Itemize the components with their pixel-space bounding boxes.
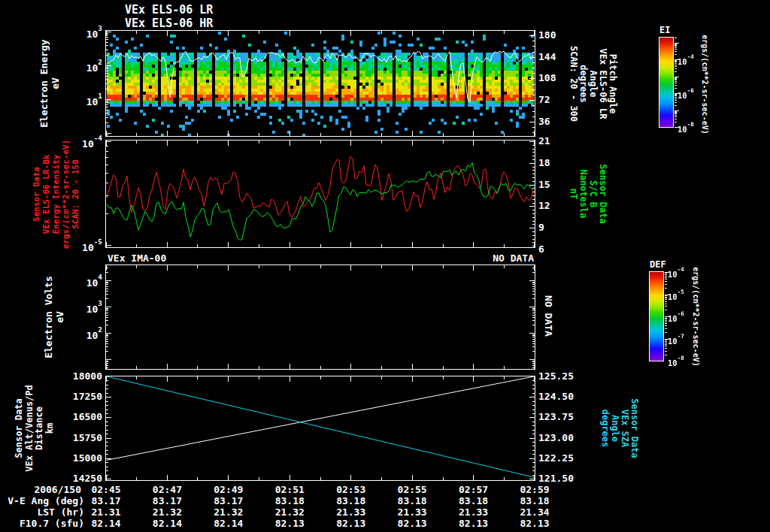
altitude-axis-label-line: Sensor Data [14,376,25,481]
date-label: 2006/150 [21,484,81,495]
altitude-sza-canvas [105,376,535,481]
y-tick-label: 121.50 [538,473,574,484]
x-tick-time-label: 02:57 [450,484,498,495]
table-value: 21.32 [143,506,191,518]
y-tick-label: 180 [538,29,556,41]
ei-colorbar [659,37,681,128]
colorbar-tick-label: 10-4 [678,55,694,66]
table-row-label: F10.7 (sfu) [2,518,84,529]
y-tick-label: 122.25 [538,452,574,464]
table-value: 82.13 [265,518,314,529]
y-tick-label: 6 [538,243,544,255]
bfield-axis-label-line: Nanotesla [578,140,588,248]
bfield-axis-label-line: S/C B [588,140,598,248]
energy-intensity-axis-label: Sensor DataVEx ELS-06 LR-BkEnergy Intens… [32,137,80,251]
ima-no-data-status: NO DATA [421,252,534,264]
sza-axis-label: Sensor DataVEx SZAAngledegrees [600,376,639,481]
y-tick-label: 15000 [54,452,102,464]
table-value: 83.18 [511,495,559,506]
bfield-axis-label: Sensor DataS/C BNanoteslanT [568,140,608,248]
y-tick-label: 15750 [54,432,102,443]
energy-intensity-axis-label-line: Energy Intensity [51,137,61,251]
y-tick-label: 72 [538,94,550,105]
x-tick-time-label: 02:49 [205,484,253,495]
x-tick-time-label: 02:59 [511,484,559,495]
table-value: 83.18 [265,495,314,506]
y-tick-label: 18000 [54,370,102,382]
bfield-axis-label-line: nT [568,140,578,248]
colorbar-tick-label: 10-7 [668,334,684,346]
els-lr-title: VEx ELS-06 LR [125,3,213,17]
electron-energy-axis-label-line: Electron Energy [38,30,50,137]
y-tick-label: 104 [54,274,102,289]
table-value: 82.14 [205,518,253,529]
ei-colorbar-title: EI [659,25,670,35]
screenshot-root: VEx ELS-06 LR VEx ELS-06 HR VEx IMA-00 N… [0,0,770,532]
y-tick-label: 9 [538,222,544,233]
els-spectrogram-canvas [105,30,535,137]
colorbar-tick-label: 10-8 [668,356,684,367]
y-tick-label: 12 [538,200,550,211]
table-value: 82.13 [327,518,375,529]
table-value: 21.34 [511,506,559,518]
def-colorbar-title: DEF [650,259,666,270]
y-tick-label: 123.00 [538,432,574,443]
table-row-label: LST (hr) [2,506,84,518]
pitch-angle-axis-label-line: VEx ELS-06 LR [598,30,608,137]
table-value: 83.17 [205,495,253,506]
table-value: 21.33 [450,506,498,518]
sza-axis-label-line: Angle [610,376,620,481]
y-tick-label: 124.50 [538,391,574,402]
y-tick-label: 21 [538,135,550,147]
y-tick-label: 15 [538,179,550,190]
table-value: 82.13 [450,518,498,529]
colorbar-tick-label: 10-6 [668,312,684,323]
table-value: 21.32 [205,506,253,518]
energy-intensity-axis-label-line: SCAN: 20 - 150 [71,137,80,251]
table-value: 21.33 [388,506,436,518]
x-tick-time-label: 02:51 [265,484,314,495]
y-tick-label: 18 [538,157,550,168]
x-tick-time-label: 02:45 [82,484,130,495]
altitude-axis-label: Sensor DataVEx Alt/Venus/PdDistancekm [14,376,55,481]
def-colorbar-units: ergs/(cm**2-sr-sec-eV) [692,260,700,373]
y-tick-label: 144 [538,51,556,62]
y-tick-label: 10-4 [54,135,102,150]
y-tick-label: 123.75 [538,411,574,422]
ei-colorbar-units-line: ergs/(cm**2-sr-sec-eV) [701,28,709,141]
colorbar-tick-label: 10-8 [678,122,694,134]
sza-axis-label-line: degrees [600,376,610,481]
y-tick-label: 102 [54,327,102,341]
altitude-axis-label-line: VEx Alt/Venus/Pd [25,376,35,481]
colorbar-tick-label: 10-4 [668,268,684,279]
table-value: 83.18 [450,495,498,506]
pitch-angle-axis-label-line: Angle [588,30,598,137]
table-value: 82.13 [511,518,559,529]
electron-volts-axis-label-line: Electron Volts [43,264,54,370]
x-tick-time-label: 02:47 [143,484,191,495]
electron-energy-axis-label: Electron EnergyeV [38,30,61,137]
y-tick-label: 17250 [54,391,102,402]
def-colorbar-units-line: ergs/(cm**2-sr-sec-eV) [692,260,700,373]
table-value: 83.18 [388,495,436,506]
y-tick-label: 125.25 [538,370,574,382]
x-tick-time-label: 02:55 [388,484,436,495]
energy-intensity-axis-label-line: ergs/(cm**2-sr-sec-eV) [61,137,71,251]
ima-nodata-canvas [105,264,535,370]
intensity-bfield-canvas [105,140,535,248]
table-value: 82.13 [388,518,436,529]
table-row-label: V-E Ang (deg) [2,495,84,506]
table-value: 21.32 [265,506,314,518]
y-tick-label: 10-5 [54,239,102,253]
electron-energy-axis-label-line: eV [50,30,61,137]
bfield-axis-label-line: Sensor Data [598,140,608,248]
pitch-angle-axis-label: Pitch AngleVEx ELS-06 LRAngledegreesSCAN… [568,30,617,137]
table-value: 82.14 [82,518,130,529]
energy-intensity-axis-label-line: VEx ELS-06 LR-Bk [41,137,51,251]
sza-axis-label-line: VEx SZA [620,376,629,481]
no-data-vertical-label-line: NO DATA [543,263,554,368]
sza-axis-label-line: Sensor Data [629,376,639,481]
ei-colorbar-units: ergs/(cm**2-sr-sec-eV) [701,28,709,141]
els-hr-title: VEx ELS-06 HR [125,17,213,30]
y-tick-label: 14250 [54,473,102,484]
